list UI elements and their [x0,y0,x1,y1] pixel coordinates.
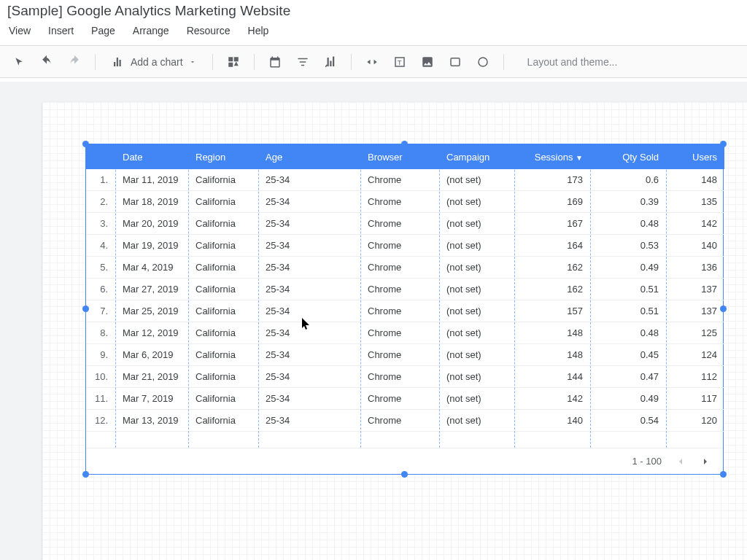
svg-text:T: T [398,58,402,66]
data-table: DateRegionAgeBrowserCampaignSessions ▼Qt… [86,144,724,432]
toolbar: Add a chart T Layout and theme... [0,46,747,78]
toolbar-separator [254,54,255,70]
menu-item-resource[interactable]: Resource [178,23,239,38]
column-resize-handle[interactable] [258,144,259,448]
table-row[interactable]: 2.Mar 18, 2019California25-34Chrome(not … [86,191,724,213]
column-header-age[interactable]: Age [258,144,360,169]
filter-control-icon[interactable] [291,50,314,74]
column-header-campaign[interactable]: Campaign [439,144,514,169]
select-tool-icon[interactable] [7,50,31,74]
table-row[interactable]: 1.Mar 11, 2019California25-34Chrome(not … [86,169,724,191]
toolbar-separator [95,54,96,70]
toolbar-separator [351,54,352,70]
svg-marker-3 [233,61,238,66]
column-header-qty_sold[interactable]: Qty Sold [590,144,666,169]
pager-prev-icon[interactable] [675,456,686,467]
svg-point-7 [479,58,487,66]
column-resize-handle[interactable] [115,144,116,448]
redo-icon[interactable] [63,50,86,74]
selection-handle[interactable] [720,471,727,478]
table-row[interactable]: 9.Mar 6, 2019California25-34Chrome(not s… [86,344,724,366]
menubar: ViewInsertPageArrangeResourceHelp [0,20,747,46]
selection-handle[interactable] [401,141,408,147]
canvas-area: DateRegionAgeBrowserCampaignSessions ▼Qt… [0,82,747,560]
table-row[interactable]: 3.Mar 20, 2019California25-34Chrome(not … [86,213,724,235]
rectangle-icon[interactable] [444,50,467,74]
data-control-icon[interactable] [319,50,342,74]
table-row[interactable]: 11.Mar 7, 2019California25-34Chrome(not … [86,388,724,410]
svg-rect-0 [228,57,233,61]
table-row[interactable]: 5.Mar 4, 2019California25-34Chrome(not s… [86,257,724,279]
circle-icon[interactable] [471,50,495,74]
column-header-browser[interactable]: Browser [360,144,439,169]
table-row[interactable]: 4.Mar 19, 2019California25-34Chrome(not … [86,235,724,257]
selection-handle[interactable] [82,471,89,478]
report-canvas[interactable]: DateRegionAgeBrowserCampaignSessions ▼Qt… [42,102,747,560]
table-row[interactable]: 10.Mar 21, 2019California25-34Chrome(not… [86,366,724,388]
table-row[interactable]: 8.Mar 12, 2019California25-34Chrome(not … [86,322,724,344]
image-icon[interactable] [416,50,439,74]
column-header-date[interactable]: Date [115,144,188,169]
menu-item-page[interactable]: Page [82,23,124,38]
chevron-down-icon [189,58,196,66]
add-chart-button[interactable]: Add a chart [104,55,204,69]
menu-item-insert[interactable]: Insert [39,23,82,38]
toolbar-separator [503,54,504,70]
undo-icon[interactable] [35,50,58,74]
column-resize-handle[interactable] [514,144,515,448]
app-title[interactable]: [Sample] Google Analytics Marketing Webs… [0,0,747,20]
column-resize-handle[interactable] [360,144,361,448]
svg-rect-6 [451,58,460,66]
selection-handle[interactable] [82,306,89,312]
table-row[interactable]: 12.Mar 13, 2019California25-34Chrome(not… [86,410,724,432]
column-header-region[interactable]: Region [188,144,258,169]
table-row[interactable]: 7.Mar 25, 2019California25-34Chrome(not … [86,300,724,322]
column-resize-handle[interactable] [188,144,189,448]
selection-handle[interactable] [82,141,89,147]
url-embed-icon[interactable] [360,50,384,74]
community-visualizations-icon[interactable] [222,50,245,74]
selection-handle[interactable] [720,141,727,147]
table-chart[interactable]: DateRegionAgeBrowserCampaignSessions ▼Qt… [85,144,724,475]
column-header-users[interactable]: Users [666,144,724,169]
menu-item-view[interactable]: View [0,23,39,38]
column-header-rownum[interactable] [86,144,115,169]
selection-handle[interactable] [401,471,408,478]
toolbar-separator [212,54,213,70]
date-range-icon[interactable] [263,50,287,74]
text-icon[interactable]: T [388,50,411,74]
layout-theme-button[interactable]: Layout and theme... [527,56,618,68]
pager-next-icon[interactable] [700,456,711,467]
column-resize-handle[interactable] [590,144,591,448]
menu-item-help[interactable]: Help [239,23,278,38]
svg-rect-1 [233,57,238,61]
menu-item-arrange[interactable]: Arrange [124,23,178,38]
pager: 1 - 100 [86,448,723,474]
column-resize-handle[interactable] [439,144,440,448]
selection-handle[interactable] [720,306,727,312]
table-row[interactable]: 6.Mar 27, 2019California25-34Chrome(not … [86,279,724,300]
column-resize-handle[interactable] [666,144,667,448]
pager-range: 1 - 100 [632,456,662,467]
add-chart-label: Add a chart [131,56,183,68]
svg-rect-2 [228,62,233,66]
column-header-sessions[interactable]: Sessions ▼ [514,144,590,169]
